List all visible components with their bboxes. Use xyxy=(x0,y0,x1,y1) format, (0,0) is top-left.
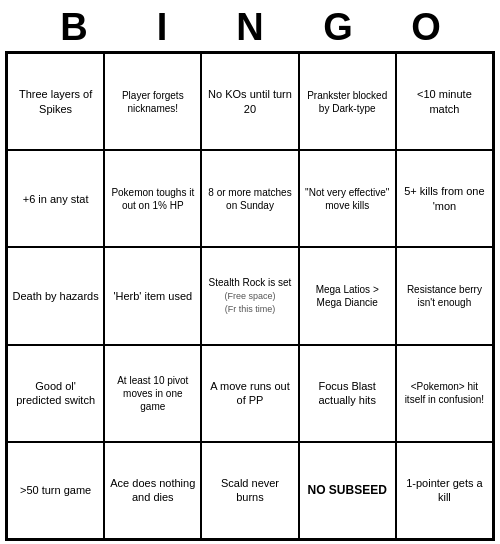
cell-text-r3c0: Good ol' predicted switch xyxy=(12,379,99,408)
bingo-cell-r3c1: At least 10 pivot moves in one game xyxy=(104,345,201,442)
cell-text-r2c1: 'Herb' item used xyxy=(109,289,196,303)
bingo-cell-r1c1: Pokemon toughs it out on 1% HP xyxy=(104,150,201,247)
cell-text-r2c3: Mega Latios > Mega Diancie xyxy=(304,283,391,309)
bingo-cell-r0c1: Player forgets nicknames! xyxy=(104,53,201,150)
letter-o: O xyxy=(382,6,470,49)
letter-b: B xyxy=(30,6,118,49)
bingo-cell-r1c3: "Not very effective" move kills xyxy=(299,150,396,247)
cell-text-r4c1: Ace does nothing and dies xyxy=(109,476,196,505)
cell-text-r3c3: Focus Blast actually hits xyxy=(304,379,391,408)
bingo-grid: Three layers of SpikesPlayer forgets nic… xyxy=(5,51,495,541)
cell-text-r1c4: 5+ kills from one 'mon xyxy=(401,184,488,213)
cell-text-r3c1: At least 10 pivot moves in one game xyxy=(109,374,196,413)
bingo-cell-r4c0: >50 turn game xyxy=(7,442,104,539)
bingo-cell-r0c2: No KOs until turn 20 xyxy=(201,53,298,150)
bingo-cell-r2c3: Mega Latios > Mega Diancie xyxy=(299,247,396,344)
bingo-title: B I N G O xyxy=(5,6,495,49)
cell-text-r4c0: >50 turn game xyxy=(12,483,99,497)
bingo-cell-r1c4: 5+ kills from one 'mon xyxy=(396,150,493,247)
cell-text-r0c0: Three layers of Spikes xyxy=(12,87,99,116)
bingo-cell-r2c0: Death by hazards xyxy=(7,247,104,344)
cell-text-r0c1: Player forgets nicknames! xyxy=(109,89,196,115)
bingo-cell-r0c3: Prankster blocked by Dark-type xyxy=(299,53,396,150)
bingo-cell-r3c4: <Pokemon> hit itself in confusion! xyxy=(396,345,493,442)
bingo-cell-r4c2: Scald never burns xyxy=(201,442,298,539)
cell-text-r1c3: "Not very effective" move kills xyxy=(304,186,391,212)
bingo-cell-r1c0: +6 in any stat xyxy=(7,150,104,247)
bingo-cell-r4c4: 1-pointer gets a kill xyxy=(396,442,493,539)
bingo-cell-r3c0: Good ol' predicted switch xyxy=(7,345,104,442)
bingo-cell-r2c4: Resistance berry isn't enough xyxy=(396,247,493,344)
bingo-cell-r4c3: NO SUBSEED xyxy=(299,442,396,539)
cell-text-r4c2: Scald never burns xyxy=(206,476,293,505)
cell-text-r2c0: Death by hazards xyxy=(12,289,99,303)
cell-text-r0c3: Prankster blocked by Dark-type xyxy=(304,89,391,115)
bingo-cell-r0c0: Three layers of Spikes xyxy=(7,53,104,150)
bingo-cell-r3c3: Focus Blast actually hits xyxy=(299,345,396,442)
bingo-cell-r2c1: 'Herb' item used xyxy=(104,247,201,344)
letter-i: I xyxy=(118,6,206,49)
letter-g: G xyxy=(294,6,382,49)
cell-text-r2c2: Stealth Rock is set(Free space)(Fr this … xyxy=(206,276,293,316)
cell-text-r0c4: <10 minute match xyxy=(401,87,488,116)
cell-text-r1c0: +6 in any stat xyxy=(12,192,99,206)
cell-text-r4c3: NO SUBSEED xyxy=(304,483,391,499)
cell-text-r4c4: 1-pointer gets a kill xyxy=(401,476,488,505)
cell-text-r3c2: A move runs out of PP xyxy=(206,379,293,408)
cell-text-r1c1: Pokemon toughs it out on 1% HP xyxy=(109,186,196,212)
letter-n: N xyxy=(206,6,294,49)
bingo-cell-r2c2: Stealth Rock is set(Free space)(Fr this … xyxy=(201,247,298,344)
bingo-cell-r0c4: <10 minute match xyxy=(396,53,493,150)
bingo-cell-r1c2: 8 or more matches on Sunday xyxy=(201,150,298,247)
cell-text-r2c4: Resistance berry isn't enough xyxy=(401,283,488,309)
cell-text-r0c2: No KOs until turn 20 xyxy=(206,87,293,116)
bingo-cell-r4c1: Ace does nothing and dies xyxy=(104,442,201,539)
bingo-cell-r3c2: A move runs out of PP xyxy=(201,345,298,442)
cell-text-r3c4: <Pokemon> hit itself in confusion! xyxy=(401,380,488,406)
cell-text-r1c2: 8 or more matches on Sunday xyxy=(206,186,293,212)
